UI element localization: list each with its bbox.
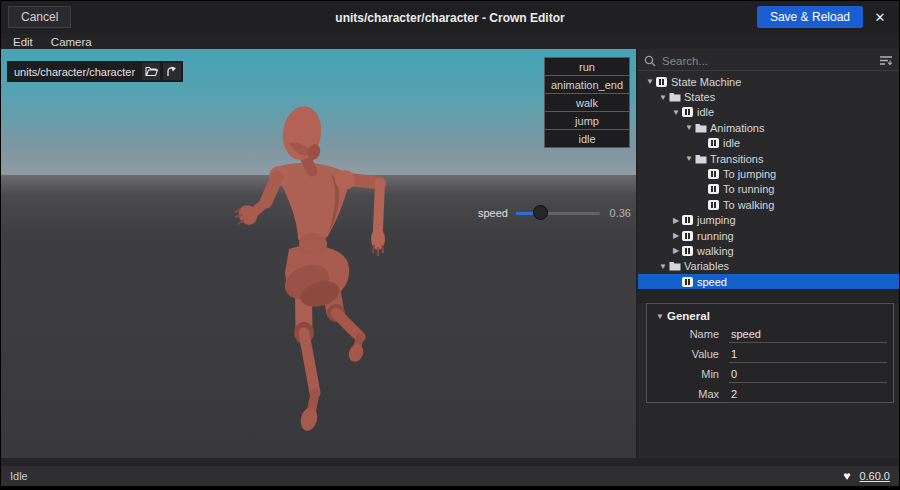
event-button-walk[interactable]: walk: [544, 93, 630, 112]
inspector-row-min: Min: [653, 364, 887, 384]
state-machine-icon: [708, 169, 721, 179]
tree-item-state-machine[interactable]: ▼State Machine: [638, 74, 899, 89]
3d-viewport[interactable]: units/character/character runanimation_e…: [1, 49, 636, 458]
title-bar: Cancel units/character/character - Crown…: [1, 1, 899, 34]
asset-path-label: units/character/character: [14, 66, 135, 78]
search-row: [638, 52, 899, 71]
chevron-right-icon[interactable]: ▶: [670, 216, 682, 225]
tree-item-label: idle: [697, 106, 714, 118]
tree-item-label: State Machine: [671, 76, 741, 88]
tree-item-label: To jumping: [723, 168, 776, 180]
reload-icon: [166, 66, 178, 78]
state-machine-icon: [682, 246, 695, 256]
tree-item-label: running: [697, 230, 734, 242]
tree-item-label: States: [684, 91, 715, 103]
state-machine-icon: [708, 138, 721, 148]
inspector-fields: NameValueMinMax: [653, 324, 887, 404]
field-input-max[interactable]: [729, 386, 887, 403]
chevron-down-icon: ▼: [653, 312, 667, 321]
speed-slider-value: 0.36: [610, 207, 631, 219]
status-bar: Idle ♥ 0.60.0: [1, 466, 899, 486]
general-section-title: General: [667, 310, 710, 322]
event-button-run[interactable]: run: [544, 57, 630, 76]
status-text: Idle: [10, 470, 843, 482]
tree-item-to-running[interactable]: To running: [638, 182, 899, 197]
chevron-right-icon[interactable]: ▶: [670, 246, 682, 255]
speed-slider-handle[interactable]: [533, 205, 548, 220]
tree-item-animations[interactable]: ▼Animations: [638, 120, 899, 135]
folder-icon: [669, 92, 682, 102]
tree-item-label: Animations: [710, 122, 764, 134]
tree-item-states[interactable]: ▼States: [638, 89, 899, 104]
state-machine-panel: ▼State Machine▼States▼idle▼Animationsidl…: [638, 49, 899, 458]
open-folder-button[interactable]: [142, 63, 160, 80]
tree-item-to-walking[interactable]: To walking: [638, 197, 899, 212]
chevron-down-icon[interactable]: ▼: [657, 262, 669, 271]
state-machine-icon: [682, 215, 695, 225]
chevron-down-icon[interactable]: ▼: [644, 77, 656, 86]
inspector-row-value: Value: [653, 344, 887, 364]
field-label-value: Value: [653, 348, 719, 360]
tree-item-label: idle: [723, 137, 740, 149]
tree-item-transitions[interactable]: ▼Transitions: [638, 151, 899, 166]
field-input-name[interactable]: [729, 326, 887, 343]
state-machine-icon: [708, 200, 721, 210]
chevron-down-icon[interactable]: ▼: [670, 108, 682, 117]
tree-item-label: To walking: [723, 199, 774, 211]
event-button-jump[interactable]: jump: [544, 111, 630, 130]
tree-item-label: To running: [723, 183, 774, 195]
event-button-idle[interactable]: idle: [544, 129, 630, 148]
state-machine-icon: [682, 277, 695, 287]
tree-item-running[interactable]: ▶running: [638, 228, 899, 243]
chevron-right-icon[interactable]: ▶: [670, 231, 682, 240]
chevron-down-icon[interactable]: ▼: [683, 123, 695, 132]
inspector-panel: ▼ General NameValueMinMax: [646, 303, 894, 403]
tree-item-idle[interactable]: ▼idle: [638, 105, 899, 120]
folder-icon: [669, 261, 682, 271]
event-button-stack: runanimation_endwalkjumpidle: [544, 58, 630, 148]
event-button-animation_end[interactable]: animation_end: [544, 75, 630, 94]
tree-item-speed[interactable]: speed: [638, 274, 899, 289]
state-machine-tree: ▼State Machine▼States▼idle▼Animationsidl…: [638, 74, 899, 289]
search-input[interactable]: [662, 55, 879, 67]
sort-filter-icon[interactable]: [879, 55, 893, 67]
state-machine-icon: [656, 77, 669, 87]
search-icon: [644, 55, 656, 67]
save-reload-button[interactable]: Save & Reload: [757, 6, 863, 28]
menu-bar: EditCamera: [1, 34, 899, 49]
folder-icon: [695, 154, 708, 164]
tree-item-to-jumping[interactable]: To jumping: [638, 166, 899, 181]
asset-path-chip: units/character/character: [7, 61, 183, 82]
tree-item-label: jumping: [697, 214, 736, 226]
state-machine-icon: [682, 107, 695, 117]
field-input-value[interactable]: [729, 346, 887, 363]
tree-item-walking[interactable]: ▶walking: [638, 243, 899, 258]
tree-item-variables[interactable]: ▼Variables: [638, 259, 899, 274]
inspector-row-max: Max: [653, 384, 887, 404]
tree-item-idle[interactable]: idle: [638, 136, 899, 151]
menu-item-camera[interactable]: Camera: [43, 36, 100, 48]
state-machine-icon: [708, 184, 721, 194]
heart-icon[interactable]: ♥: [843, 469, 850, 483]
general-section-header[interactable]: ▼ General: [653, 308, 887, 324]
version-link[interactable]: 0.60.0: [859, 470, 890, 482]
tree-item-jumping[interactable]: ▶jumping: [638, 213, 899, 228]
tree-item-label: walking: [697, 245, 734, 257]
chevron-down-icon[interactable]: ▼: [657, 93, 669, 102]
crown-editor-window: Cancel units/character/character - Crown…: [1, 1, 899, 486]
cancel-button[interactable]: Cancel: [8, 6, 71, 28]
tree-item-label: Transitions: [710, 153, 763, 165]
folder-icon: [695, 123, 708, 133]
menu-item-edit[interactable]: Edit: [5, 36, 41, 48]
status-gap: [1, 458, 899, 466]
field-label-min: Min: [653, 368, 719, 380]
state-machine-icon: [682, 231, 695, 241]
field-input-min[interactable]: [729, 366, 887, 383]
tree-item-label: speed: [697, 276, 727, 288]
close-icon[interactable]: ✕: [869, 6, 891, 28]
character-model: [1, 49, 636, 458]
folder-open-icon: [145, 66, 158, 77]
speed-slider[interactable]: [516, 212, 600, 215]
reload-button[interactable]: [163, 63, 181, 80]
chevron-down-icon[interactable]: ▼: [683, 154, 695, 163]
